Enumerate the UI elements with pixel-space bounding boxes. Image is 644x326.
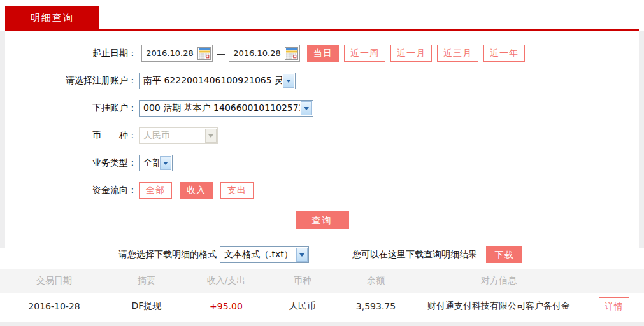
end-date-input[interactable]: 2016.10.28 — [229, 45, 300, 62]
header-transaction-date: 交易日期 — [0, 275, 108, 287]
download-hint-text: 您可以在这里下载查询明细结果 — [352, 249, 477, 260]
register-account-label: 请选择注册账户： — [0, 75, 137, 87]
start-date-value: 2016.10.28 — [142, 48, 197, 58]
tab-detail-query[interactable]: 明细查询 — [5, 6, 99, 30]
calendar-icon[interactable] — [197, 47, 211, 60]
date-range-label: 起止日期： — [0, 48, 137, 59]
register-account-value: 南平 6222001406100921065 灵通卡 — [143, 75, 282, 87]
download-format-value: 文本格式（.txt） — [224, 249, 296, 260]
query-form: 起止日期： 2016.10.28 — 2016.10.28 — [0, 31, 644, 229]
cell-income-expense: +95.00 — [185, 301, 268, 311]
table-row: 2016-10-28 DF提现 +95.00 人民币 3,593.75 财付通支… — [0, 293, 644, 320]
quick-range-quarter-button[interactable]: 近三月 — [437, 45, 478, 62]
end-date-value: 2016.10.28 — [229, 48, 285, 58]
register-account-row: 请选择注册账户： 南平 6222001406100921065 灵通卡 — [0, 73, 644, 89]
sub-account-row: 下挂账户： 000 活期 基本户 1406600101102571848 — [0, 100, 644, 117]
currency-row: 币 种： 人民币 — [0, 127, 644, 144]
header-summary: 摘要 — [108, 275, 185, 287]
tab-label: 明细查询 — [31, 12, 74, 24]
register-account-select[interactable]: 南平 6222001406100921065 灵通卡 — [139, 73, 296, 89]
cell-transaction-date: 2016-10-28 — [0, 301, 108, 311]
download-format-select[interactable]: 文本格式（.txt） — [220, 246, 309, 263]
quick-range-year-button[interactable]: 近一年 — [483, 45, 525, 62]
download-button[interactable]: 下载 — [486, 246, 522, 263]
table-header: 交易日期 摘要 收入/支出 币种 余额 对方信息 — [0, 269, 644, 293]
business-type-label: 业务类型： — [0, 157, 137, 169]
section-divider — [5, 266, 639, 266]
fund-flow-income-button[interactable]: 收入 — [180, 182, 213, 199]
page-background-strip-bottom — [0, 322, 644, 326]
header-currency: 币种 — [268, 275, 338, 287]
fund-flow-all-button[interactable]: 全部 — [139, 182, 172, 199]
date-range-row: 起止日期： 2016.10.28 — 2016.10.28 — [0, 45, 644, 62]
cell-counterparty: 财付通支付科技有限公司客户备付金 — [414, 301, 583, 312]
quick-range-today-button[interactable]: 当日 — [307, 45, 339, 62]
fund-flow-expense-button[interactable]: 支出 — [220, 182, 254, 199]
sub-account-value: 000 活期 基本户 1406600101102571848 — [143, 103, 300, 114]
header-balance: 余额 — [338, 275, 414, 287]
quick-range-week-button[interactable]: 近一周 — [344, 45, 385, 62]
currency-value: 人民币 — [143, 130, 204, 141]
business-type-select[interactable]: 全部 — [139, 155, 173, 171]
detail-button[interactable]: 详情 — [599, 297, 629, 315]
start-date-input[interactable]: 2016.10.28 — [141, 45, 213, 62]
calendar-icon[interactable] — [285, 47, 298, 60]
query-button-row: 查询 — [0, 211, 644, 229]
page-background-strip-left — [0, 31, 5, 248]
chevron-down-icon[interactable] — [296, 248, 308, 262]
download-row: 请您选择下载明细的格式 文本格式（.txt） 您可以在这里下载查询明细结果 下载 — [0, 246, 644, 263]
header-income-expense: 收入/支出 — [185, 275, 268, 287]
date-range-separator: — — [217, 48, 225, 59]
chevron-down-icon[interactable] — [160, 156, 171, 170]
quick-range-month-button[interactable]: 近一月 — [390, 45, 432, 62]
chevron-down-icon — [205, 129, 217, 143]
fund-flow-row: 资金流向： 全部 收入 支出 — [0, 182, 644, 199]
chevron-down-icon[interactable] — [301, 101, 312, 115]
business-type-value: 全部 — [143, 157, 159, 169]
cell-actions: 详情 — [583, 297, 644, 315]
cell-currency: 人民币 — [268, 301, 338, 312]
tab-bar: 明细查询 — [0, 0, 644, 31]
header-counterparty: 对方信息 — [414, 275, 583, 287]
download-format-label: 请您选择下载明细的格式 — [118, 249, 217, 260]
cell-balance: 3,593.75 — [338, 301, 414, 311]
business-type-row: 业务类型： 全部 — [0, 155, 644, 171]
currency-select: 人民币 — [139, 127, 218, 144]
page-background-strip-right — [639, 31, 644, 248]
tab-underline — [5, 29, 639, 31]
sub-account-label: 下挂账户： — [0, 103, 137, 114]
chevron-down-icon[interactable] — [283, 74, 294, 88]
currency-label: 币 种： — [0, 130, 137, 141]
cell-summary: DF提现 — [108, 301, 185, 312]
query-button[interactable]: 查询 — [296, 211, 349, 229]
fund-flow-label: 资金流向： — [0, 185, 137, 196]
sub-account-select[interactable]: 000 活期 基本户 1406600101102571848 — [139, 100, 313, 117]
